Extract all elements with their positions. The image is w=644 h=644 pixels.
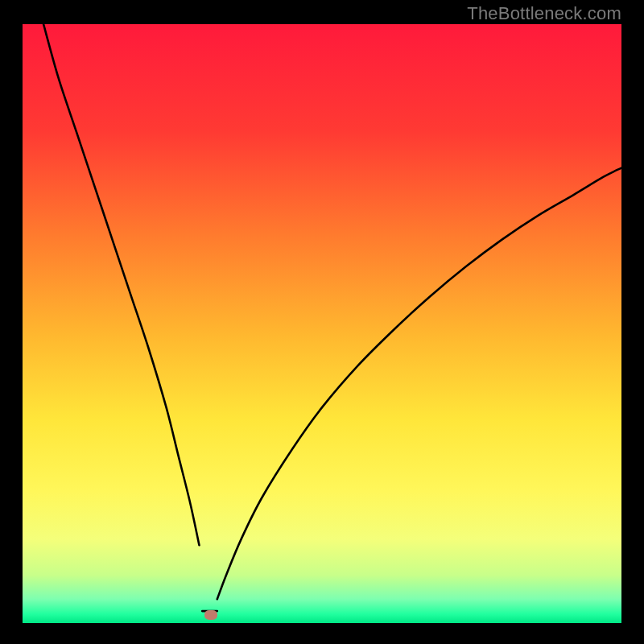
chart-frame [23, 24, 621, 623]
watermark-text: TheBottleneck.com [467, 3, 621, 24]
optimum-marker [204, 610, 217, 620]
chart-background-gradient [23, 24, 621, 623]
svg-rect-0 [23, 24, 621, 623]
